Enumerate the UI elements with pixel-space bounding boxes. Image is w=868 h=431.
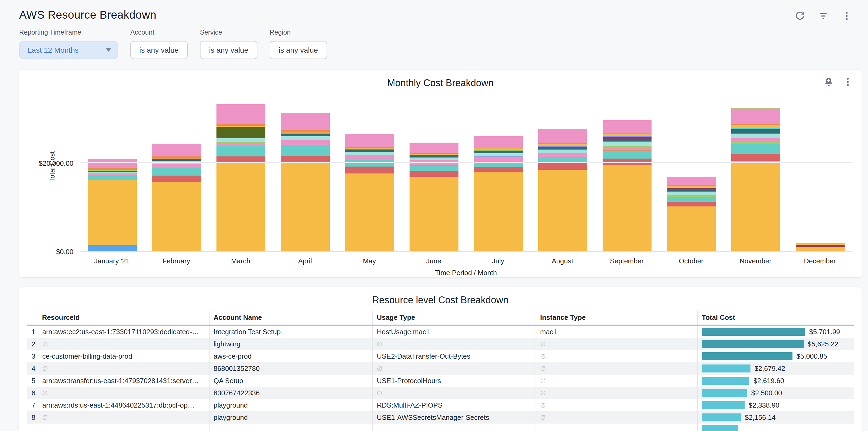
bar-segment[interactable] — [602, 151, 651, 159]
bar-segment[interactable] — [409, 165, 458, 171]
cell-account-name[interactable]: QA Setup — [209, 375, 372, 387]
cell-total-cost[interactable]: $5,000.85 — [697, 350, 854, 362]
cell-resource-id[interactable]: ∅ — [38, 387, 209, 399]
cell-account-name[interactable]: playground — [209, 399, 372, 411]
bar-segment[interactable] — [538, 129, 587, 143]
bar-segment[interactable] — [731, 125, 780, 128]
cell-usage-type[interactable] — [372, 424, 535, 431]
cell-account-name[interactable]: 830767422336 — [209, 387, 372, 399]
bar-segment[interactable] — [216, 127, 265, 137]
bar-segment[interactable] — [88, 251, 136, 251]
bar-segment[interactable] — [667, 207, 716, 251]
bar-segment[interactable] — [602, 137, 651, 139]
bar-segment[interactable] — [152, 176, 201, 182]
bar-segment[interactable] — [667, 197, 716, 202]
bar-segment[interactable] — [538, 153, 587, 157]
cell-usage-type[interactable]: USE1-AWSSecretsManager-Secrets — [372, 411, 535, 424]
table-row[interactable]: 1arn:aws:ec2:us-east-1:733017110293:dedi… — [27, 325, 854, 338]
bar-segment[interactable] — [152, 182, 201, 251]
bar-segment[interactable] — [152, 164, 201, 167]
stacked-bar-November[interactable] — [731, 108, 780, 251]
col-instance-type[interactable]: Instance Type — [535, 311, 697, 325]
cell-total-cost[interactable]: $2,500.00 — [697, 387, 854, 399]
bar-segment[interactable] — [88, 168, 136, 170]
bar-segment[interactable] — [474, 151, 523, 153]
bar-segment[interactable] — [796, 247, 844, 251]
bar-segment[interactable] — [667, 189, 716, 191]
bar-segment[interactable] — [88, 174, 136, 176]
bar-segment[interactable] — [216, 104, 265, 124]
bar-segment[interactable] — [345, 160, 394, 166]
bar-segment[interactable] — [216, 138, 265, 142]
timeframe-select[interactable]: Last 12 Months — [19, 41, 118, 59]
table-row[interactable] — [27, 424, 854, 431]
bar-segment[interactable] — [731, 133, 780, 138]
bar-segment[interactable] — [281, 133, 330, 136]
bar-segment[interactable] — [602, 159, 651, 165]
cell-account-name[interactable]: 868001352780 — [209, 362, 372, 375]
cell-total-cost[interactable]: $5,625.22 — [697, 338, 854, 350]
bar-segment[interactable] — [667, 191, 716, 195]
bar-segment[interactable] — [731, 251, 780, 251]
bar-segment[interactable] — [796, 245, 844, 247]
bar-segment[interactable] — [474, 136, 523, 148]
bar-segment[interactable] — [602, 120, 651, 133]
cell-instance-type[interactable]: ∅ — [535, 350, 697, 362]
chart-kebab-menu-icon[interactable] — [842, 76, 853, 87]
stacked-bar-May[interactable] — [345, 134, 394, 251]
col-usage-type[interactable]: Usage Type — [372, 311, 535, 325]
stacked-bar-October[interactable] — [667, 177, 716, 251]
cell-instance-type[interactable]: ∅ — [535, 399, 697, 411]
table-row[interactable]: 5arn:aws:transfer:us-east-1:479370281431… — [27, 375, 854, 387]
table-row[interactable]: 3ce-customer-billing-data-prodaws-ce-pro… — [27, 350, 854, 362]
bar-segment[interactable] — [667, 186, 716, 188]
stacked-bar-August[interactable] — [538, 129, 587, 251]
cell-instance-type[interactable]: ∅ — [535, 387, 697, 399]
bar-segment[interactable] — [538, 163, 587, 170]
bar-segment[interactable] — [538, 251, 587, 251]
table-row[interactable]: 4∅868001352780∅∅$2,679.42 — [27, 362, 854, 375]
bar-segment[interactable] — [345, 251, 394, 251]
bar-segment[interactable] — [281, 163, 330, 251]
table-row[interactable]: 2∅lightwing∅∅$5,625.22 — [27, 338, 854, 350]
bar-segment[interactable] — [474, 157, 523, 161]
stacked-bar-December[interactable] — [796, 243, 844, 251]
bar-segment[interactable] — [474, 173, 523, 251]
kebab-menu-icon[interactable] — [841, 11, 852, 21]
bar-segment[interactable] — [152, 156, 201, 159]
bar-segment[interactable] — [602, 147, 651, 150]
cell-usage-type[interactable]: ∅ — [372, 338, 535, 350]
bar-segment[interactable] — [474, 251, 523, 251]
table-row[interactable]: 6∅830767422336∅∅$2,500.00 — [27, 387, 854, 399]
table-row[interactable]: 7arn:aws:rds:us-east-1:448640225317:db:p… — [27, 399, 854, 411]
bar-segment[interactable] — [474, 153, 523, 156]
bar-segment[interactable] — [409, 177, 458, 251]
bar-segment[interactable] — [152, 144, 201, 156]
bar-segment[interactable] — [409, 155, 458, 157]
bar-segment[interactable] — [602, 165, 651, 251]
bar-segment[interactable] — [281, 136, 330, 140]
cell-account-name[interactable]: Integration Test Setup — [209, 325, 372, 338]
bar-segment[interactable] — [345, 150, 394, 152]
bar-segment[interactable] — [409, 143, 458, 153]
stacked-bar-September[interactable] — [602, 120, 651, 251]
bar-segment[interactable] — [409, 251, 458, 251]
bar-segment[interactable] — [345, 152, 394, 155]
cell-account-name[interactable]: aws-ce-prod — [209, 350, 372, 362]
cell-total-cost[interactable]: $2,338.90 — [697, 399, 854, 411]
bar-segment[interactable] — [474, 161, 523, 167]
filter-icon[interactable] — [818, 11, 829, 21]
cell-usage-type[interactable]: HostUsage:mac1 — [372, 325, 535, 338]
cell-usage-type[interactable]: USE1-ProtocolHours — [372, 375, 535, 387]
bar-segment[interactable] — [216, 143, 265, 146]
bar-segment[interactable] — [409, 171, 458, 177]
bar-segment[interactable] — [538, 147, 587, 150]
stacked-bar-July[interactable] — [474, 136, 523, 251]
cell-instance-type[interactable]: ∅ — [535, 411, 697, 424]
bar-segment[interactable] — [731, 109, 780, 124]
bar-segment[interactable] — [667, 251, 716, 251]
bar-segment[interactable] — [602, 133, 651, 136]
stacked-bar-April[interactable] — [281, 113, 330, 251]
bar-segment[interactable] — [88, 245, 136, 251]
cell-resource-id[interactable]: ∅ — [38, 411, 209, 424]
